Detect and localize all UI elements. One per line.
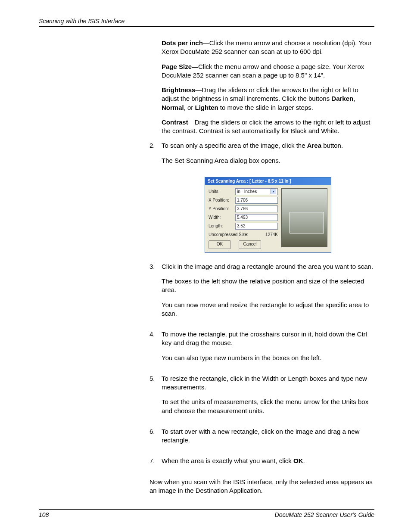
- manual-title: DocuMate 252 Scanner User's Guide: [275, 511, 374, 518]
- uncompressed-size-value: 1274K: [265, 232, 278, 237]
- selection-rectangle[interactable]: [290, 212, 324, 233]
- breadcrumb: Scanning with the ISIS Interface: [39, 18, 125, 25]
- uncompressed-size-label: Uncompressed Size:: [209, 232, 248, 237]
- para-dpi: Dots per inch—Click the menu arrow and c…: [162, 39, 374, 56]
- xpos-label: X Position:: [209, 198, 235, 202]
- dialog-title: Set Scanning Area : [ Letter - 8.5 x 11 …: [205, 177, 331, 185]
- ypos-label: Y Position:: [209, 206, 235, 211]
- main-content: Dots per inch—Click the menu arrow and c…: [162, 39, 374, 495]
- page-header: Scanning with the ISIS Interface: [39, 17, 374, 27]
- xpos-input[interactable]: 1.706: [235, 197, 278, 204]
- units-label: Units: [209, 189, 235, 194]
- set-scanning-area-dialog: Set Scanning Area : [ Letter - 8.5 x 11 …: [205, 177, 331, 253]
- length-input[interactable]: 3.52: [235, 223, 278, 230]
- length-label: Length:: [209, 224, 235, 228]
- step-7: 7. When the area is exactly what you wan…: [149, 457, 374, 471]
- step-number: 3.: [149, 262, 162, 324]
- ok-button[interactable]: OK: [209, 240, 231, 249]
- preview-image[interactable]: [281, 188, 327, 247]
- chevron-down-icon[interactable]: ▾: [271, 189, 276, 194]
- ypos-input[interactable]: 3.786: [235, 205, 278, 212]
- closing-para: Now when you scan with the ISIS interfac…: [149, 478, 374, 495]
- step-number: 7.: [149, 457, 162, 471]
- step-6: 6. To start over with a new rectangle, c…: [149, 427, 374, 451]
- para-contrast: Contrast—Drag the sliders or click the a…: [162, 118, 374, 136]
- page-footer: 108 DocuMate 252 Scanner User's Guide: [39, 509, 374, 518]
- para-brightness: Brightness—Drag the sliders or click the…: [162, 86, 374, 112]
- cancel-button[interactable]: Cancel: [239, 240, 261, 249]
- page-number: 108: [39, 511, 49, 518]
- step-3: 3. Click in the image and drag a rectang…: [149, 262, 374, 324]
- step-number: 2.: [149, 141, 162, 171]
- step-number: 6.: [149, 427, 162, 451]
- step-5: 5. To resize the rectangle, click in the…: [149, 374, 374, 421]
- step-number: 4.: [149, 330, 162, 368]
- width-label: Width:: [209, 215, 235, 220]
- para-pagesize: Page Size—Click the menu arrow and choos…: [162, 62, 374, 80]
- step-number: 5.: [149, 374, 162, 421]
- step-4: 4. To move the rectangle, put the crossh…: [149, 330, 374, 368]
- units-dropdown[interactable]: in - Inches ▾: [235, 188, 278, 195]
- step-2: 2. To scan only a specific area of the i…: [149, 141, 374, 171]
- width-input[interactable]: 5.493: [235, 214, 278, 221]
